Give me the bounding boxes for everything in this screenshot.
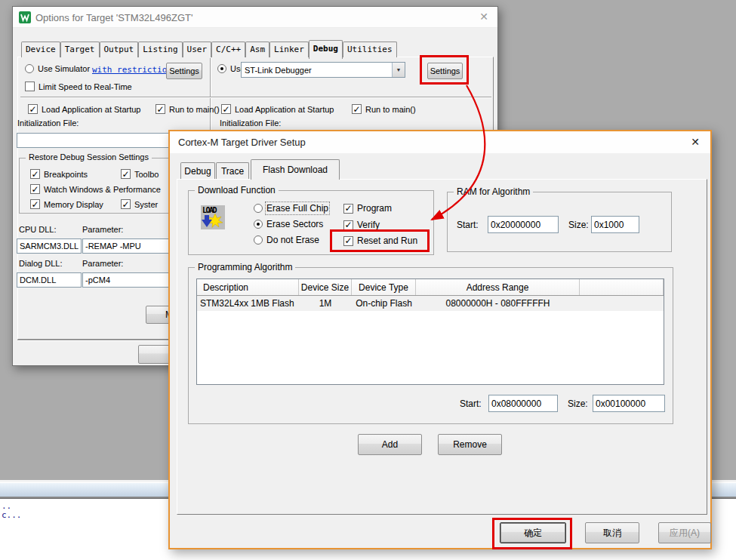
load-app-checkbox-left[interactable]: ✓Load Application at Startup [28,104,140,114]
tab-user[interactable]: User [183,42,212,57]
tab-asm[interactable]: Asm [245,42,269,57]
cpu-parameter-label: Parameter: [82,225,123,234]
tab-target[interactable]: Target [60,42,100,57]
col-device-size[interactable]: Device Size [299,279,352,295]
watch-windows-checkbox[interactable]: ✓Watch Windows & Performance [30,184,161,194]
checkbox-box [25,82,35,91]
program-checkbox[interactable]: ✓Program [343,203,392,214]
cancel-button[interactable]: 取消 [585,522,639,543]
cpu-dll-label: CPU DLL: [19,225,57,234]
col-description[interactable]: Description [197,279,299,295]
close-icon[interactable]: ✕ [691,136,700,148]
ram-for-algorithm-group: RAM for Algorithm Start: Size: [447,192,672,252]
dialog-parameter-label: Parameter: [82,259,123,268]
chevron-down-icon[interactable]: ▼ [392,63,405,77]
dialog-dll-label: Dialog DLL: [19,259,62,268]
tab-device[interactable]: Device [21,42,60,57]
remove-button[interactable]: Remove [438,434,502,455]
init-file-label-left: Initialization File: [17,118,79,128]
table-row[interactable]: STM32L4xx 1MB Flash 1M On-chip Flash 080… [197,296,664,311]
memory-display-checkbox[interactable]: ✓Memory Display [30,199,103,209]
limit-speed-checkbox[interactable]: Limit Speed to Real-Time [25,82,132,91]
tab-cpp[interactable]: C/C++ [211,42,245,57]
dialog-parameter-input[interactable] [82,272,177,288]
annotation-box-ok [492,518,572,549]
tab-utilities[interactable]: Utilities [343,42,397,57]
debugger-driver-select[interactable]: ST-Link Debugger ▼ [241,62,405,78]
title-bar[interactable]: Options for Target 'STM32L496ZGT' ✕ [13,7,497,28]
tab-linker[interactable]: Linker [269,42,309,57]
ram-start-input[interactable] [488,216,559,233]
table-header-row: Description Device Size Device Type Addr… [197,279,664,296]
erase-sectors-radio[interactable]: Erase Sectors [254,219,323,229]
flash-size-label: Size: [568,398,588,409]
annotation-box-settings [420,55,469,85]
init-file-label-right: Initialization File: [220,118,281,128]
ram-size-label: Size: [568,220,589,230]
load-icon: LOAD [201,205,225,229]
cpu-parameter-input[interactable] [82,238,177,254]
apply-button[interactable]: 应用(A) [658,522,711,543]
cortex-m-driver-setup-dialog: Cortex-M Target Driver Setup ✕ Debug Tra… [168,130,712,549]
dialog-title: Cortex-M Target Driver Setup [178,137,306,148]
col-device-type[interactable]: Device Type [352,279,416,295]
toolbox-checkbox[interactable]: ✓Toolbo [121,169,159,179]
cpu-dll-input[interactable] [17,238,82,254]
tab-debug[interactable]: Debug [309,40,343,59]
use-simulator-radio[interactable]: Use Simulator [25,64,90,73]
system-viewer-checkbox[interactable]: ✓Syster [121,199,158,209]
load-app-checkbox-right[interactable]: ✓Load Application at Startup [221,104,334,114]
tab-debug[interactable]: Debug [180,162,215,180]
breakpoints-checkbox[interactable]: ✓Breakpoints [30,169,88,179]
options-tab-strip: Device Target Output Listing User C/C++ … [21,41,397,57]
divider [20,97,491,98]
do-not-erase-radio[interactable]: Do not Erase [254,235,319,245]
ram-start-label: Start: [457,220,479,230]
erase-full-chip-radio[interactable]: Erase Full Chip [254,203,328,214]
add-button[interactable]: Add [358,434,422,455]
tab-listing[interactable]: Listing [138,42,182,57]
col-address-range[interactable]: Address Range [416,279,580,295]
flash-start-label: Start: [460,398,482,409]
simulator-settings-button[interactable]: Settings [166,63,202,79]
svg-text:LOAD: LOAD [202,206,217,214]
with-restrictions-link[interactable]: with restrictions [92,65,177,75]
radio-circle [217,64,226,73]
run-to-main-checkbox-left[interactable]: ✓Run to main() [156,104,220,114]
flash-start-input[interactable] [488,395,558,412]
output-line: c... [2,510,22,520]
title-bar[interactable]: Cortex-M Target Driver Setup ✕ [170,131,710,153]
dialog-dll-input[interactable] [17,272,82,288]
verify-checkbox[interactable]: ✓Verify [343,220,380,230]
tab-flash-download[interactable]: Flash Download [251,159,340,180]
annotation-box-reset-and-run [330,229,430,252]
algorithm-table[interactable]: Description Device Size Device Type Addr… [196,278,664,385]
keil-uvision-icon [19,11,31,23]
dialog-title: Options for Target 'STM32L496ZGT' [35,12,192,23]
tab-trace[interactable]: Trace [216,162,249,180]
close-icon[interactable]: ✕ [479,11,488,23]
ram-size-input[interactable] [591,216,639,233]
col-empty [580,279,664,295]
run-to-main-checkbox-right[interactable]: ✓Run to main() [352,104,416,114]
tab-output[interactable]: Output [100,42,139,57]
flash-size-input[interactable] [593,395,665,412]
radio-circle [25,64,34,73]
